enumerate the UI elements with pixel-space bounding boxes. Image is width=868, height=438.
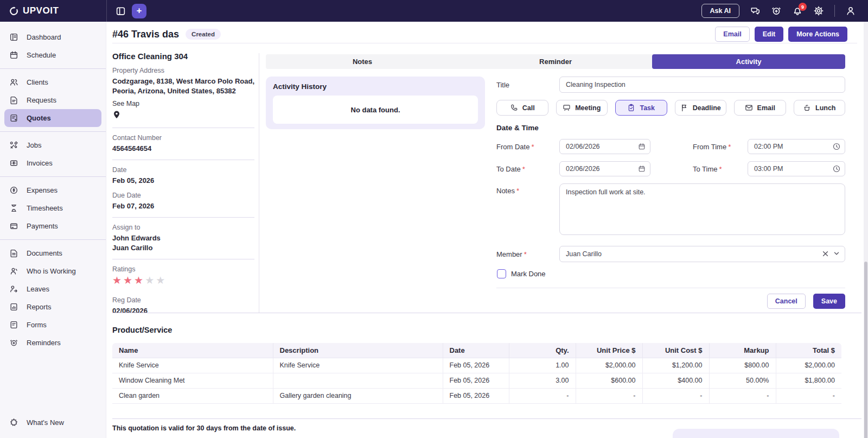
type-label: Task [640, 104, 655, 112]
cell-description: Gallery garden cleaning [273, 388, 443, 403]
ask-ai-button[interactable]: Ask AI [701, 4, 739, 18]
column-header-date: Date [443, 343, 509, 358]
sidebar-item-schedule[interactable]: Schedule [4, 46, 101, 64]
activity-form: Title Call Meeting Task [496, 77, 845, 309]
title-row: Title [496, 77, 845, 93]
reminder-icon [9, 338, 18, 347]
table-row[interactable]: Knife Service Knife Service Feb 05, 2026… [112, 358, 841, 373]
calendar-icon[interactable] [638, 165, 646, 173]
type-email-button[interactable]: Email [734, 100, 786, 116]
contact-value: 4564564654 [112, 144, 254, 154]
star-icon: ★ [112, 275, 123, 286]
sidebar-item-reminders[interactable]: Reminders [4, 334, 101, 352]
cancel-button[interactable]: Cancel [767, 294, 806, 309]
to-time-input[interactable] [748, 161, 845, 176]
type-deadline-button[interactable]: Deadline [675, 100, 727, 116]
totals-box [673, 429, 839, 438]
sidebar-item-label: Reminders [27, 339, 61, 347]
sidebar-toggle-icon[interactable] [113, 4, 127, 18]
from-time-input[interactable] [748, 139, 845, 154]
column-header-qty: Qty. [509, 343, 576, 358]
chat-icon[interactable] [750, 5, 761, 16]
clock-icon[interactable] [833, 143, 840, 150]
clock-icon[interactable] [833, 165, 840, 173]
sidebar-item-dashboard[interactable]: Dashboard [4, 28, 101, 46]
see-map-label: See Map [112, 100, 254, 107]
cell-markup: - [709, 388, 776, 403]
type-meeting-button[interactable]: Meeting [556, 100, 608, 116]
member-row: Member* [496, 246, 845, 262]
gear-icon[interactable] [813, 5, 824, 16]
notes-textarea[interactable]: Inspection full work at site. [559, 183, 845, 235]
sidebar-item-expenses[interactable]: Expenses [4, 181, 101, 199]
bell-icon[interactable]: 9 [792, 5, 803, 16]
product-service-table: Name Description Date Qty. Unit Price $ … [112, 343, 841, 404]
tab-notes[interactable]: Notes [266, 54, 459, 69]
notification-badge: 9 [799, 3, 807, 11]
mark-done-checkbox[interactable] [497, 269, 506, 278]
sidebar-item-whats-new[interactable]: What's New [4, 414, 101, 431]
service-title: Office Cleaning 304 [112, 52, 254, 61]
form-actions: Cancel Save [496, 294, 845, 309]
map-pin-icon[interactable] [112, 110, 121, 122]
sidebar-item-quotes[interactable]: Quotes [4, 109, 101, 127]
email-button[interactable]: Email [715, 27, 749, 42]
tab-activity[interactable]: Activity [652, 54, 845, 69]
sidebar-item-label: Requests [27, 96, 56, 104]
sidebar-item-reports[interactable]: Reports [4, 298, 101, 316]
scrollbar-thumb[interactable] [864, 262, 867, 438]
reg-date-label: Reg Date [112, 296, 254, 304]
from-date-input[interactable] [559, 139, 650, 154]
save-button[interactable]: Save [813, 294, 845, 309]
clear-icon[interactable] [822, 249, 828, 259]
type-lunch-button[interactable]: Lunch [794, 100, 846, 116]
sidebar-item-timesheets[interactable]: Timesheets [4, 199, 101, 217]
sidebar-item-clients[interactable]: Clients [4, 73, 101, 91]
alarm-icon[interactable] [771, 5, 782, 16]
star-icon: ★ [123, 275, 134, 286]
due-date-value: Feb 07, 2026 [112, 201, 254, 211]
brand-logo[interactable]: UPVOIT [0, 0, 106, 22]
sidebar-item-requests[interactable]: Requests [4, 91, 101, 109]
more-actions-button[interactable]: More Actions [788, 27, 847, 42]
sidebar-item-leaves[interactable]: Leaves [4, 280, 101, 298]
cell-name: Clean garden [112, 388, 273, 403]
member-input[interactable] [559, 246, 845, 262]
rating-stars[interactable]: ★★★★★ [112, 275, 254, 287]
tools-icon [9, 141, 18, 150]
sidebar-item-label: Timesheets [27, 204, 63, 212]
sidebar-item-documents[interactable]: Documents [4, 244, 101, 262]
sidebar-divider [0, 131, 106, 132]
user-icon[interactable] [845, 5, 856, 16]
calendar-icon[interactable] [638, 143, 646, 150]
cell-date: Feb 05, 2026 [443, 358, 509, 373]
required-asterisk: * [524, 250, 527, 258]
type-label: Email [757, 104, 775, 112]
tab-reminder[interactable]: Reminder [459, 54, 652, 69]
sidebar-item-forms[interactable]: Forms [4, 316, 101, 334]
table-row[interactable]: Window Cleaning Met Feb 05, 2026 3.00 $6… [112, 373, 841, 388]
to-date-input[interactable] [559, 161, 650, 176]
chevron-down-icon[interactable] [833, 249, 840, 259]
cell-date: Feb 05, 2026 [443, 388, 509, 403]
dollar-circle-icon [9, 186, 18, 195]
status-badge: Created [186, 29, 221, 40]
sidebar-item-jobs[interactable]: Jobs [4, 136, 101, 154]
add-button[interactable]: + [132, 4, 146, 18]
table-row[interactable]: Clean garden Gallery garden cleaning Feb… [112, 388, 841, 403]
star-icon: ★ [134, 275, 145, 286]
sidebar-item-invoices[interactable]: Invoices [4, 154, 101, 172]
from-time-label: From Time* [693, 143, 748, 151]
main-content: #46 Travis das Created Email Edit More A… [106, 22, 864, 438]
sidebar-item-label: Jobs [27, 141, 41, 149]
product-service-heading: Product/Service [112, 326, 172, 334]
date-label: Date [112, 166, 254, 174]
type-task-button[interactable]: Task [615, 100, 667, 116]
sidebar-item-payments[interactable]: Payments [4, 217, 101, 235]
type-call-button[interactable]: Call [496, 100, 548, 116]
page-scrollbar[interactable] [864, 22, 868, 438]
to-time-label: To Time* [693, 165, 748, 173]
edit-button[interactable]: Edit [755, 27, 784, 42]
title-input[interactable] [559, 77, 845, 93]
sidebar-item-who-is-working[interactable]: Who is Working [4, 262, 101, 280]
